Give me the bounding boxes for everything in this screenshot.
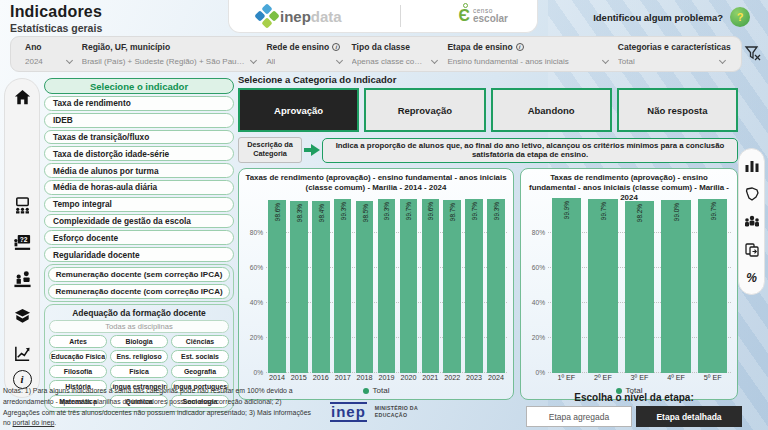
filter-field-1: Ano2024 (21, 40, 78, 68)
chart-by-grade: Taxas de rendimento (aprovação) - ensino… (520, 168, 738, 400)
sidebar-item[interactable]: Remuneração docente (com correção IPCA) (48, 284, 230, 299)
sidebar-item[interactable]: Complexidade de gestão da escola (44, 214, 234, 229)
tab-reprovação[interactable]: Reprovação (364, 88, 485, 132)
inepdata-logo: inepdata (258, 7, 342, 25)
filter-dropdown[interactable]: All (266, 57, 343, 66)
censo-logo-line2: escolar (473, 14, 508, 24)
subject-chip[interactable]: Filosofia (49, 365, 107, 378)
all-subjects-button[interactable]: Todas as disciplinas (49, 320, 229, 333)
bar-2021[interactable]: 99.6% (422, 199, 440, 373)
tab-não-resposta[interactable]: Não resposta (617, 88, 738, 132)
bar-chart-icon[interactable] (743, 157, 760, 174)
info-icon[interactable]: i (332, 43, 340, 51)
bar-2º EF[interactable]: 99.7% (588, 199, 617, 373)
y-tick-label: 0% (253, 369, 263, 376)
subject-chip[interactable]: Biologia (110, 335, 168, 348)
bar-2024[interactable]: 99.3% (487, 199, 505, 373)
bar-slot: 99.9% (548, 198, 585, 373)
level-button-etapa-detalhada[interactable]: Etapa detalhada (636, 406, 742, 427)
filter-value: Ensino fundamental - anos iniciais (447, 57, 568, 66)
bar-2022[interactable]: 98.7% (443, 200, 461, 373)
filter-label: Região, UF, município (82, 42, 259, 52)
subject-chip[interactable]: Física (110, 365, 168, 378)
subject-chip[interactable]: Geografia (171, 365, 229, 378)
y-tick-label: 80% (532, 229, 545, 236)
home-icon[interactable] (12, 87, 32, 107)
inepdata-mark-icon (254, 3, 279, 28)
filter-label: Etapa de ensinoi (447, 42, 609, 52)
bar-value-label: 99.3% (383, 202, 390, 220)
subject-chip[interactable]: Educação Física (49, 350, 107, 363)
people-icon[interactable] (743, 213, 760, 230)
sidebar-item[interactable]: Regularidade docente (44, 247, 234, 262)
subject-chip[interactable]: Ens. religioso (110, 350, 168, 363)
inep-portal-link[interactable]: portal do inep (13, 419, 55, 426)
x-tick-label: 2015 (288, 373, 310, 384)
sidebar-item[interactable]: Esforço docente (44, 230, 234, 245)
sidebar-item[interactable]: Remuneração docente (sem correção IPCA) (48, 267, 230, 282)
indicator-list-header[interactable]: Selecione o indicador (44, 78, 234, 94)
bar-4º EF[interactable]: 99.0% (661, 200, 690, 373)
level-button-etapa-agregada[interactable]: Etapa agregada (526, 406, 632, 427)
brazil-map-icon[interactable] (743, 185, 760, 202)
teacher-resources-icon[interactable] (12, 269, 32, 289)
filter-label: Tipo da classe (352, 42, 440, 52)
percent-icon[interactable]: % (743, 269, 760, 286)
bar-2016[interactable]: 98.4% (312, 201, 330, 373)
inepdata-logo-text-light: data (311, 8, 342, 25)
plot-area: 99.9%99.7%98.2%99.0%99.7% (548, 198, 731, 373)
bar-value-label: 99.3% (339, 202, 346, 220)
sidebar-item[interactable]: Taxas de transição/fluxo (44, 130, 234, 145)
x-tick-label: 2019 (376, 373, 398, 384)
filter-dropdown[interactable]: 2024 (25, 57, 74, 66)
sidebar-item[interactable]: Taxa de rendimento (44, 96, 234, 111)
y-tick-label: 80% (250, 229, 263, 236)
bar-2014[interactable]: 98.6% (268, 200, 286, 373)
filter-dropdown[interactable]: Total (618, 57, 727, 66)
level-chooser-label: Escolha o nível da etapa: (514, 392, 754, 403)
bar-slot: 98.7% (441, 198, 463, 373)
teacher-training-header: Adequação da formação docente (49, 308, 229, 318)
bar-2019[interactable]: 99.3% (378, 199, 396, 373)
x-tick-label: 2022 (441, 373, 463, 384)
bar-slot: 99.3% (332, 198, 354, 373)
subject-chip[interactable]: Est. sociais (171, 350, 229, 363)
tab-aprovação[interactable]: Aprovação (238, 88, 359, 132)
question-chat-icon[interactable] (730, 7, 750, 27)
bar-2020[interactable]: 99.7% (400, 199, 418, 373)
logo-container: inepdata Є censo escolar (228, 0, 538, 33)
description-tag: Descrição da Categoria (238, 137, 302, 163)
bar-1º EF[interactable]: 99.9% (552, 198, 581, 373)
bar-5º EF[interactable]: 99.7% (698, 199, 727, 373)
bar-value-label: 98.3% (295, 204, 302, 222)
sidebar-item[interactable]: Taxa de distorção idade-série (44, 146, 234, 161)
y-tick-label: 40% (532, 299, 545, 306)
sidebar-item[interactable]: Média de horas-aula diária (44, 180, 234, 195)
tab-abandono[interactable]: Abandono (491, 88, 612, 132)
line-chart-icon[interactable] (12, 343, 32, 363)
sidebar-item[interactable]: IDEB (44, 113, 234, 128)
classroom-icon[interactable] (12, 195, 32, 215)
subject-chip[interactable]: Ciências (171, 335, 229, 348)
info-icon[interactable]: i (516, 43, 524, 51)
x-tick-label: 2020 (397, 373, 419, 384)
footnotes: Notas: 1) Para alguns indicadores a soma… (3, 386, 319, 429)
bar-2018[interactable]: 98.5% (356, 201, 374, 373)
clear-filter-icon[interactable] (743, 44, 763, 64)
filter-dropdown[interactable]: Brasil (País) + Sudeste (Região) + São P… (82, 57, 259, 66)
bar-3º EF[interactable]: 98.2% (625, 201, 654, 373)
open-book-icon[interactable] (12, 306, 32, 326)
x-tick-label: 2023 (463, 373, 485, 384)
subject-chip[interactable]: Artes (49, 335, 107, 348)
sidebar-item[interactable]: Tempo integral (44, 197, 234, 212)
chevron-down-icon (66, 56, 73, 63)
bar-2015[interactable]: 98.3% (290, 201, 308, 373)
sidebar-item[interactable]: Média de alunos por turma (44, 163, 234, 178)
filter-dropdown[interactable]: Apenas classe comum (352, 57, 440, 66)
copy-report-icon[interactable] (743, 241, 760, 258)
filter-field-4: Tipo da classeApenas classe comum (348, 40, 444, 68)
bar-2017[interactable]: 99.3% (334, 199, 352, 373)
filter-dropdown[interactable]: Ensino fundamental - anos iniciais (447, 57, 609, 66)
bar-2023[interactable]: 99.7% (465, 199, 483, 373)
teacher-class-icon[interactable]: ?2 (12, 232, 32, 252)
